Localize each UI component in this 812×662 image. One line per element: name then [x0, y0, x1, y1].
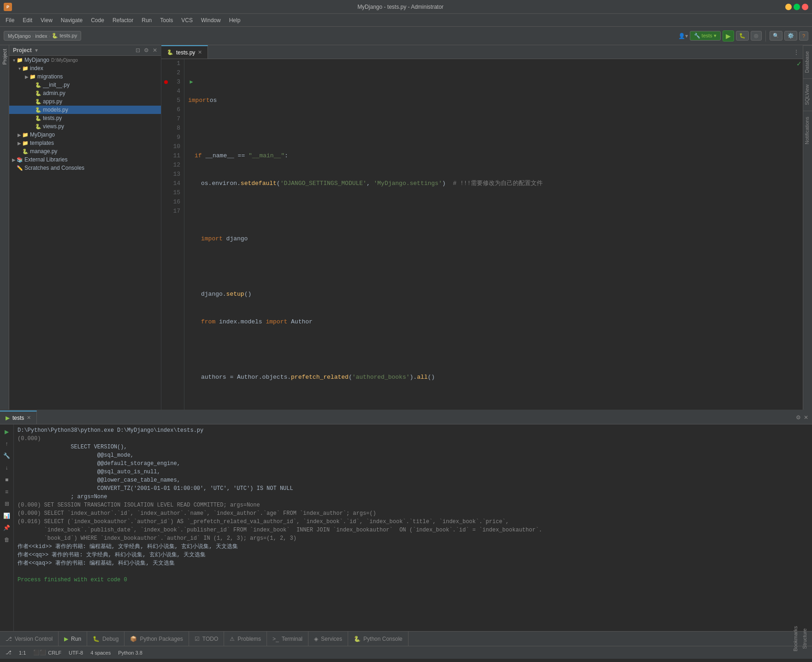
console-output[interactable]: D:\Python\Python38\python.exe D:\MyDjang… [14, 424, 812, 631]
scroll-button[interactable]: ⊞ [2, 499, 12, 508]
tree-item-admin[interactable]: 🐍 admin.py [9, 89, 161, 97]
database-tab[interactable]: Database [803, 45, 812, 78]
code-editor[interactable]: 1 2 3 4 5 6 7 8 9 10 11 12 13 14 15 16 1… [161, 59, 803, 410]
tab-tests-py[interactable]: 🐍 tests.py ✕ [161, 45, 208, 59]
trash-button[interactable]: 🗑 [2, 535, 12, 544]
position-indicator[interactable]: 1:1 [17, 650, 28, 656]
crlf-label: CRLF [48, 650, 61, 656]
debug-tab[interactable]: 🐛 Debug [87, 632, 124, 646]
menu-run[interactable]: Run [138, 16, 155, 24]
tree-label-manage: manage.py [30, 148, 57, 155]
menu-tools[interactable]: Tools [156, 16, 177, 24]
project-tab[interactable]: Project [0, 45, 9, 68]
panel-settings-icon[interactable]: ⚙ [796, 414, 801, 421]
menu-file[interactable]: File [2, 16, 18, 24]
terminal-icon: >_ [273, 636, 279, 642]
tree-item-models[interactable]: 🐍 models.py [9, 106, 161, 114]
close-button[interactable] [802, 4, 808, 10]
packages-tab[interactable]: 📦 Python Packages [124, 632, 189, 646]
python-console-tab[interactable]: 🐍 Python Console [348, 632, 409, 646]
toolbar-spacer [409, 632, 788, 646]
panel-close-icon[interactable]: ✕ [804, 414, 808, 421]
tree-item-ext-libs[interactable]: ▶ 📚 External Libraries [9, 155, 161, 164]
tree-item-manage[interactable]: 🐍 manage.py [9, 147, 161, 155]
terminal-tab[interactable]: >_ Terminal [267, 632, 308, 646]
breadcrumb-file: 🐍 tests.py [52, 33, 77, 39]
help-button[interactable]: ? [799, 31, 808, 41]
tree-item-apps[interactable]: 🐍 apps.py [9, 97, 161, 106]
indent-label: 4 spaces [90, 650, 111, 656]
menu-code[interactable]: Code [87, 16, 108, 24]
coverage-button[interactable]: ◎ [751, 31, 762, 41]
maximize-button[interactable] [794, 4, 800, 10]
ln-7: 7 [165, 114, 180, 124]
up-button[interactable]: ↑ [2, 439, 12, 448]
tree-item-mydjango-sub[interactable]: ▶ 📁 MyDjango [9, 131, 161, 139]
more-tabs-icon[interactable]: ⋮ [794, 49, 799, 55]
tree-label-mydjango-sub: MyDjango [30, 131, 55, 138]
ln-17: 17 [165, 207, 180, 216]
bookmarks-label[interactable]: Bookmarks [792, 622, 799, 655]
pin-button[interactable]: 📌 [2, 523, 12, 532]
language-indicator[interactable]: Python 3.8 [116, 650, 144, 656]
play-again-button[interactable]: ▶ [2, 427, 12, 436]
run-button[interactable]: ▶ [723, 30, 734, 42]
ln-10: 10 [165, 142, 180, 151]
problems-tab[interactable]: ⚠ Problems [224, 632, 267, 646]
minimize-button[interactable] [785, 4, 792, 10]
run-config-button[interactable]: 🔧 tests ▾ [690, 31, 721, 41]
run-tab-close[interactable]: ✕ [27, 415, 31, 421]
run-tab-bottom[interactable]: ▶ Run [59, 632, 87, 646]
stop-button[interactable]: ■ [2, 475, 12, 484]
breadcrumb-sep2: › [49, 33, 51, 39]
notifications-tab[interactable]: Notifications [803, 111, 812, 150]
tree-item-scratches[interactable]: ✏️ Scratches and Consoles [9, 164, 161, 172]
vcs-tab[interactable]: ⎇ Version Control [0, 632, 59, 646]
structure-label[interactable]: Structure [801, 625, 808, 653]
menu-navigate[interactable]: Navigate [57, 16, 86, 24]
tree-item-index[interactable]: ▾ 📁 index [9, 64, 161, 72]
menu-vcs[interactable]: VCS [178, 16, 196, 24]
vcs-status[interactable]: ⎇ [4, 650, 13, 656]
collapse-all-icon[interactable]: ⊡ [136, 47, 140, 54]
todo-tab[interactable]: ☑ TODO [189, 632, 224, 646]
language-label: Python 3.8 [118, 650, 142, 656]
ln-11: 11 [165, 151, 180, 161]
tree-item-init[interactable]: 🐍 __init__.py [9, 81, 161, 89]
menu-window[interactable]: Window [197, 16, 225, 24]
tree-item-views[interactable]: 🐍 views.py [9, 122, 161, 131]
tab-close-tests[interactable]: ✕ [198, 49, 202, 55]
sidebar-settings-icon[interactable]: ⚙ [144, 47, 149, 54]
tree-item-templates[interactable]: ▶ 📁 templates [9, 139, 161, 147]
search-button[interactable]: 🔍 [770, 31, 782, 41]
console-line-sql3: @@default_storage_engine, [18, 459, 808, 468]
sidebar-dropdown[interactable]: ▾ [35, 47, 38, 54]
debug-button[interactable]: 🐛 [736, 31, 749, 41]
menu-help[interactable]: Help [225, 16, 244, 24]
tree-item-migrations[interactable]: ▶ 📁 migrations [9, 72, 161, 81]
stats-button[interactable]: 📊 [2, 511, 12, 520]
settings-icon: ⚙️ [788, 33, 794, 39]
run-panel-tab[interactable]: ▶ tests ✕ [0, 411, 37, 424]
folder-arrow-index: ▾ [17, 66, 22, 71]
wrench-button[interactable]: 🔧 [2, 451, 12, 460]
code-line-2 [188, 124, 793, 133]
sidebar-close-icon[interactable]: ✕ [153, 47, 157, 54]
down-button[interactable]: ↓ [2, 463, 12, 472]
code-line-3: if __name__ == "__main__": [188, 151, 793, 161]
filter-button[interactable]: ≡ [2, 487, 12, 496]
bookmarks-area: Bookmarks Structure [788, 632, 812, 646]
menu-refactor[interactable]: Refactor [109, 16, 137, 24]
menu-view[interactable]: View [37, 16, 56, 24]
menu-edit[interactable]: Edit [19, 16, 36, 24]
encoding-utf8[interactable]: UTF-8 [67, 650, 85, 656]
indent-indicator[interactable]: 4 spaces [89, 650, 113, 656]
sqleditor-tab[interactable]: SQLView [803, 78, 812, 111]
tree-item-tests[interactable]: 🐍 tests.py [9, 114, 161, 122]
tree-item-mydjango-root[interactable]: ▾ 📁 MyDjango D:\MyDjango [9, 56, 161, 64]
code-content[interactable]: ▶ import os if __name__ == "__main__": o… [184, 59, 796, 410]
services-tab[interactable]: ◈ Services [308, 632, 348, 646]
settings-button[interactable]: ⚙️ [784, 31, 797, 41]
toolbar-project-btn[interactable]: MyDjango › index › 🐍 tests.py [4, 31, 81, 41]
encoding-indicator[interactable]: ⬛⬛ CRLF [31, 650, 63, 656]
